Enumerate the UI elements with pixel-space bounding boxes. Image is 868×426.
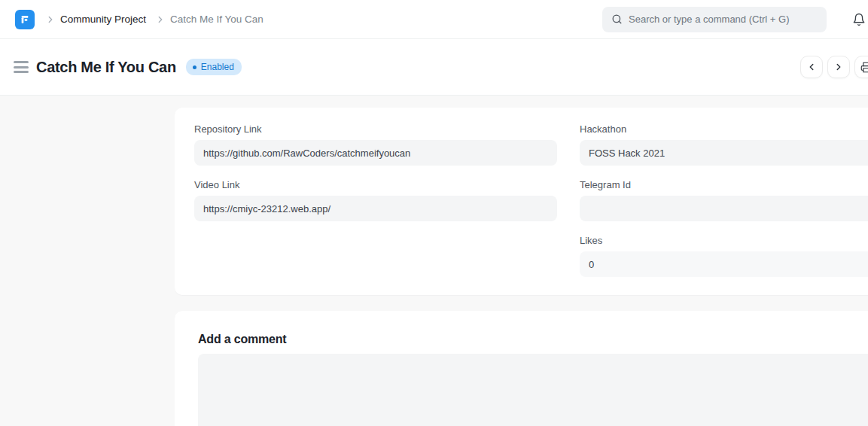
hackathon-input[interactable] [580,140,868,166]
header-actions [800,56,868,78]
form-column-left: Repository Link Video Link [194,123,557,291]
sidebar-toggle-icon[interactable] [14,59,30,75]
search-input[interactable] [629,14,818,25]
likes-input[interactable] [580,251,868,277]
chevron-right-icon [45,14,56,25]
content-area: Repository Link Video Link Hackathon Tel… [0,96,868,426]
field-repository-link: Repository Link [194,123,557,166]
notifications-bell-icon[interactable] [851,0,866,39]
telegram-id-input[interactable] [580,196,868,221]
video-link-input[interactable] [194,196,557,221]
frappe-logo-icon[interactable] [15,10,35,29]
hackathon-label: Hackathon [580,123,868,135]
print-button[interactable] [854,56,868,78]
next-document-button[interactable] [827,56,850,78]
page-header: Catch Me If You Can Enabled [0,39,868,96]
global-search[interactable] [602,7,827,32]
comment-section-card: Add a comment [175,311,868,426]
status-badge-label: Enabled [201,62,234,72]
video-link-label: Video Link [194,179,557,190]
field-hackathon: Hackathon [580,123,868,166]
search-icon [611,14,623,25]
field-telegram-id: Telegram Id [580,179,868,221]
repository-link-input[interactable] [194,140,557,166]
prev-document-button[interactable] [800,56,823,78]
form-column-right: Hackathon Telegram Id Likes [580,123,868,291]
form-section-card: Repository Link Video Link Hackathon Tel… [175,108,868,295]
comment-section-title: Add a comment [198,333,868,346]
form-grid: Repository Link Video Link Hackathon Tel… [194,123,868,291]
status-dot [193,65,196,69]
breadcrumb-current-doc[interactable]: Catch Me If You Can [170,14,263,25]
breadcrumb-community-project[interactable]: Community Project [60,14,146,25]
navbar: Community Project Catch Me If You Can [0,0,868,39]
repository-link-label: Repository Link [194,123,557,135]
status-badge: Enabled [186,59,242,75]
chevron-right-icon [155,14,166,25]
telegram-id-label: Telegram Id [580,179,868,190]
likes-label: Likes [580,235,868,246]
comment-textarea[interactable] [198,354,868,426]
page-title: Catch Me If You Can [36,59,176,76]
field-likes: Likes [580,235,868,277]
field-video-link: Video Link [194,179,557,221]
